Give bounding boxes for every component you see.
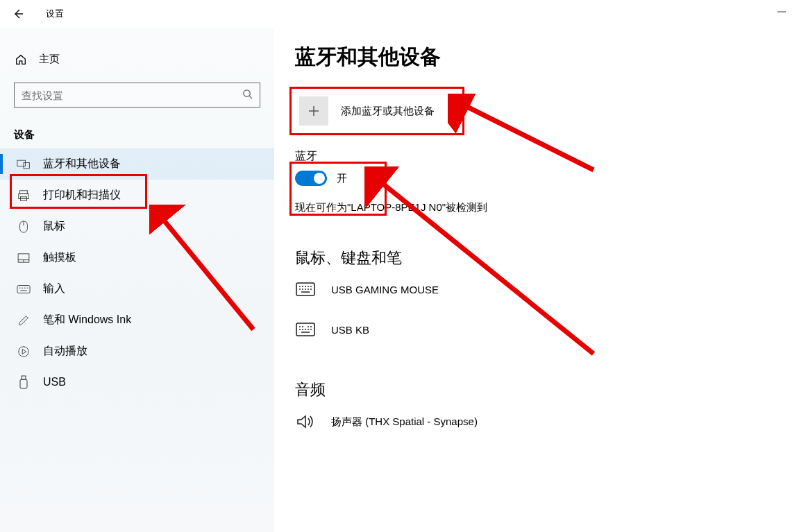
home-label: 主页 [39,53,60,66]
sidebar-item-mouse[interactable]: 鼠标 [0,211,274,242]
page-title: 蓝牙和其他设备 [295,43,778,71]
svg-line-2 [249,96,252,98]
sidebar-item-label: 自动播放 [43,344,87,359]
sidebar-item-label: 蓝牙和其他设备 [43,157,121,171]
touchpad-icon [17,253,31,263]
minimize-button[interactable] [777,7,787,19]
home-nav[interactable]: 主页 [0,47,274,71]
sidebar-item-label: 打印机和扫描仪 [43,188,121,203]
group-title-input: 鼠标、键盘和笔 [295,248,778,268]
svg-rect-20 [22,376,26,379]
sidebar-item-pen[interactable]: 笔和 Windows Ink [0,304,274,336]
main-content: 蓝牙和其他设备 添加蓝牙或其他设备 蓝牙 开 现在可作为"LAPTOP-8PE1… [274,28,799,532]
sidebar: 主页 设备 蓝牙和其他设备 打印机和扫描仪 鼠标 [0,28,274,532]
keyboard-icon [295,282,316,296]
svg-point-1 [244,90,250,96]
device-row[interactable]: USB KB [295,313,778,346]
add-device-label: 添加蓝牙或其他设备 [341,105,435,118]
svg-rect-6 [19,194,28,198]
sidebar-item-label: USB [43,376,66,388]
sidebar-item-label: 触摸板 [43,250,76,265]
device-row[interactable]: 扬声器 (THX Spatial - Synapse) [295,404,778,439]
mouse-icon [17,221,31,233]
device-name: USB GAMING MOUSE [331,284,439,295]
discoverable-text: 现在可作为"LAPTOP-8PE1J N0"被检测到 [295,201,778,214]
svg-rect-13 [17,285,30,293]
plus-icon [299,96,328,126]
search-icon [242,89,253,101]
device-name: USB KB [331,324,369,336]
keyboard-icon [295,323,316,336]
minimize-icon [777,7,787,17]
home-icon [14,53,28,66]
bluetooth-heading: 蓝牙 [295,149,778,164]
device-name: 扬声器 (THX Spatial - Synapse) [331,415,478,429]
autoplay-icon [17,345,31,358]
devices-icon [17,160,31,169]
device-row[interactable]: USB GAMING MOUSE [295,273,778,306]
sidebar-item-touchpad[interactable]: 触摸板 [0,242,274,273]
sidebar-item-label: 笔和 Windows Ink [43,313,131,327]
printer-icon [17,189,31,202]
sidebar-item-autoplay[interactable]: 自动播放 [0,336,274,367]
keyboard-icon [17,284,31,294]
svg-rect-4 [24,162,29,168]
sidebar-item-typing[interactable]: 输入 [0,273,274,304]
back-arrow-icon [12,8,24,19]
pen-icon [17,314,31,327]
svg-rect-5 [20,190,28,194]
window-title: 设置 [46,8,64,20]
speaker-icon [295,414,316,429]
svg-rect-21 [20,379,27,388]
svg-rect-3 [17,160,26,166]
back-button[interactable] [8,4,28,24]
sidebar-item-bluetooth[interactable]: 蓝牙和其他设备 [0,148,274,180]
add-device-button[interactable]: 添加蓝牙或其他设备 [295,92,441,130]
titlebar: 设置 [0,0,799,28]
sidebar-item-label: 输入 [43,282,65,296]
bluetooth-toggle[interactable] [295,171,327,186]
sidebar-section-label: 设备 [14,128,260,141]
sidebar-item-printers[interactable]: 打印机和扫描仪 [0,180,274,211]
bluetooth-state-label: 开 [337,172,347,185]
usb-icon [17,375,31,389]
search-input[interactable] [22,89,242,101]
group-title-audio: 音频 [295,379,778,400]
svg-point-19 [19,346,28,356]
sidebar-item-label: 鼠标 [43,219,65,234]
sidebar-item-usb[interactable]: USB [0,367,274,397]
search-input-wrap[interactable] [14,83,260,108]
